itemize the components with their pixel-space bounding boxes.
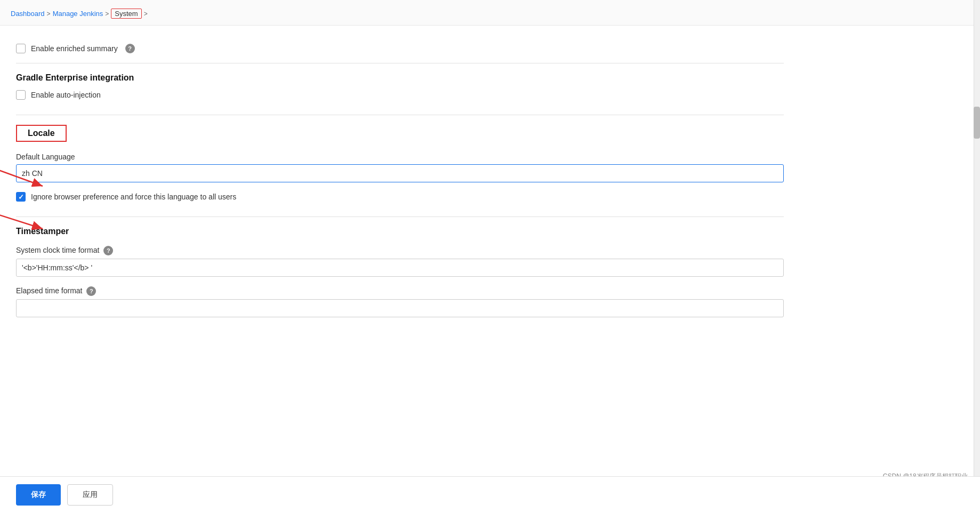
- enriched-summary-row: Enable enriched summary ?: [16, 44, 784, 53]
- locale-box-label: Locale: [16, 125, 67, 142]
- auto-injection-checkbox[interactable]: [16, 90, 26, 100]
- timestamper-heading: Timestamper: [16, 227, 784, 236]
- system-clock-help-icon[interactable]: ?: [103, 246, 113, 255]
- breadcrumb-system[interactable]: System: [111, 9, 141, 19]
- elapsed-time-label: Elapsed time format ?: [16, 286, 784, 296]
- save-button[interactable]: 保存: [16, 484, 61, 506]
- elapsed-time-input[interactable]: [16, 299, 784, 317]
- system-clock-label: System clock time format ?: [16, 246, 784, 255]
- scrollbar-track[interactable]: [974, 0, 980, 513]
- system-clock-input[interactable]: [16, 259, 784, 277]
- breadcrumb-sep-1: >: [47, 10, 51, 18]
- svg-line-3: [0, 210, 43, 229]
- enriched-summary-checkbox[interactable]: [16, 44, 26, 53]
- breadcrumb-dashboard[interactable]: Dashboard: [11, 10, 45, 18]
- breadcrumb-sep-3: >: [144, 10, 148, 18]
- breadcrumb: Dashboard > Manage Jenkins > System >: [0, 0, 980, 26]
- gradle-section: Gradle Enterprise integration Enable aut…: [16, 73, 784, 100]
- ignore-browser-label: Ignore browser preference and force this…: [31, 193, 236, 201]
- divider-1: [16, 63, 784, 63]
- elapsed-time-help-icon[interactable]: ?: [86, 286, 96, 296]
- ignore-browser-checkbox[interactable]: [16, 192, 26, 202]
- enriched-summary-help-icon[interactable]: ?: [125, 44, 135, 53]
- divider-2: [16, 115, 784, 115]
- auto-injection-label: Enable auto-injection: [31, 91, 101, 99]
- default-language-input[interactable]: [16, 164, 784, 182]
- breadcrumb-manage-jenkins[interactable]: Manage Jenkins: [53, 10, 103, 18]
- divider-3: [16, 217, 784, 217]
- button-row: 保存 应用: [0, 476, 980, 513]
- timestamper-section: Timestamper System clock time format ? E…: [16, 227, 784, 317]
- breadcrumb-sep-2: >: [105, 10, 109, 18]
- default-language-field: Default Language: [16, 153, 784, 182]
- scrollbar-thumb[interactable]: [974, 107, 980, 139]
- locale-section: Locale Default Language Ignore browser p…: [16, 125, 784, 202]
- default-language-label: Default Language: [16, 153, 784, 161]
- apply-button[interactable]: 应用: [67, 484, 113, 506]
- main-content: Enable enriched summary ? Gradle Enterpr…: [0, 26, 800, 375]
- page-wrapper: Dashboard > Manage Jenkins > System > En…: [0, 0, 980, 513]
- auto-injection-row: Enable auto-injection: [16, 90, 784, 100]
- enriched-summary-label: Enable enriched summary: [31, 44, 118, 53]
- ignore-browser-row: Ignore browser preference and force this…: [16, 192, 784, 202]
- gradle-heading: Gradle Enterprise integration: [16, 73, 784, 83]
- system-clock-field: System clock time format ?: [16, 246, 784, 277]
- elapsed-time-field: Elapsed time format ?: [16, 286, 784, 317]
